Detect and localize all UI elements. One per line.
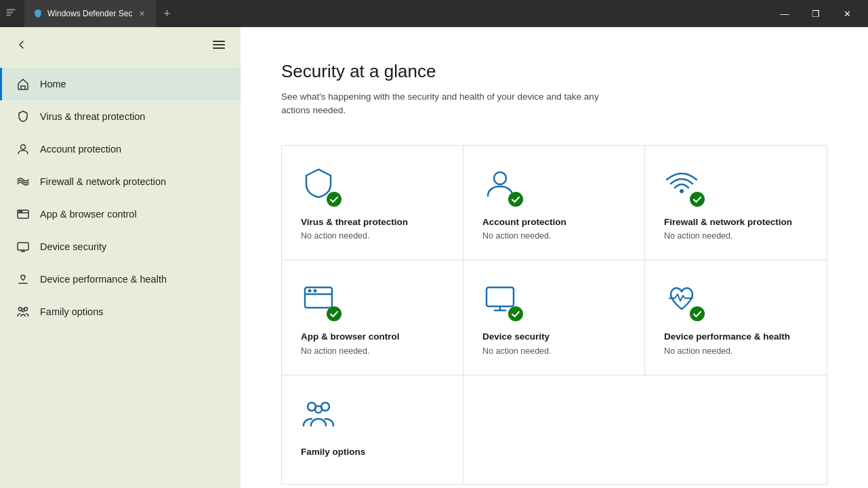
sidebar-item-device-security[interactable]: Device security [0,230,241,263]
sidebar-item-firewall[interactable]: Firewall & network protection [0,165,241,198]
tile-icon-virus-wrap [301,166,342,207]
svg-rect-5 [213,47,225,49]
app-body: Home Virus & threat protection [0,27,868,488]
svg-rect-3 [213,41,225,42]
restore-button[interactable]: ❐ [800,0,831,27]
virus-icon [16,109,30,124]
tile-status-firewall: No action needed. [664,231,808,241]
sidebar-top [0,27,241,62]
check-badge-virus [327,192,342,207]
titlebar-left: Windows Defender Sec ✕ + [5,0,178,27]
tile-title-family: Family options [301,446,444,459]
device-health-icon [16,272,30,287]
tile-account[interactable]: Account protection No action needed. [463,146,645,261]
svg-point-20 [308,289,312,293]
device-security-icon [16,239,30,254]
back-button[interactable] [11,34,33,56]
svg-point-25 [690,306,705,321]
tile-status-browser: No action needed. [301,346,444,356]
sidebar-label-account: Account protection [40,144,121,155]
main-content: Security at a glance See what's happenin… [241,27,868,488]
sidebar-item-browser[interactable]: App & browser control [0,198,241,230]
sidebar-item-home[interactable]: Home [0,68,241,100]
svg-point-28 [315,406,322,413]
account-icon [16,142,30,157]
page-subtitle: See what's happening with the security a… [281,90,620,118]
tab-group: Windows Defender Sec ✕ + [24,0,178,27]
sidebar-label-virus: Virus & threat protection [40,111,145,122]
svg-rect-10 [18,243,28,250]
tile-browser[interactable]: App & browser control No action needed. [282,260,463,375]
svg-rect-1 [7,12,14,13]
tile-title-device-security: Device security [482,331,625,344]
tile-icon-firewall-wrap [664,166,705,207]
sidebar: Home Virus & threat protection [0,27,241,488]
new-tab-button[interactable]: + [156,0,178,27]
svg-rect-23 [487,287,514,306]
tile-status-device-security: No action needed. [482,346,625,356]
tile-device-security[interactable]: Device security No action needed. [463,260,645,375]
back-icon [16,39,27,50]
svg-point-6 [21,145,26,150]
svg-point-13 [22,309,24,312]
tab-title: Windows Defender Sec [47,9,132,18]
sidebar-item-family[interactable]: Family options [0,296,241,328]
tiles-grid: Virus & threat protection No action need… [281,145,827,376]
sidebar-label-browser: App & browser control [40,209,137,220]
hamburger-button[interactable] [208,34,230,56]
tile-device-health[interactable]: Device performance & health No action ne… [645,260,827,375]
sidebar-label-firewall: Firewall & network protection [40,176,166,187]
firewall-icon [16,174,30,189]
svg-point-22 [327,306,342,321]
tile-virus[interactable]: Virus & threat protection No action need… [282,146,463,261]
sidebar-label-device-security: Device security [40,241,106,252]
check-badge-firewall [690,192,705,207]
minimize-button[interactable]: — [769,0,800,27]
shield-tab-icon [33,8,43,19]
tile-title-browser: App & browser control [301,331,444,344]
system-icon [5,7,19,20]
close-button[interactable]: ✕ [831,0,863,27]
svg-point-16 [508,192,523,207]
tile-icon-device-security-wrap [482,281,523,321]
tile-title-firewall: Firewall & network protection [664,216,808,229]
sidebar-item-account[interactable]: Account protection [0,133,241,165]
tile-icon-family-wrap [301,396,342,436]
home-icon [16,77,30,92]
page-title: Security at a glance [281,61,827,82]
svg-point-8 [19,211,20,212]
check-badge-browser [327,306,342,321]
svg-rect-4 [213,44,225,45]
tiles-bottom-row: Family options [281,375,827,485]
browser-icon [16,207,30,222]
check-badge-device-security [508,306,523,321]
svg-point-18 [690,192,705,207]
tile-icon-account-wrap [482,166,523,207]
tile-firewall[interactable]: Firewall & network protection No action … [645,146,827,261]
svg-rect-0 [7,9,16,10]
sidebar-item-device-health[interactable]: Device performance & health [0,263,241,296]
svg-point-24 [508,306,523,321]
hamburger-icon [213,39,225,51]
tile-family[interactable]: Family options [282,375,463,484]
svg-point-14 [327,192,342,207]
svg-point-21 [314,289,317,293]
sidebar-label-family: Family options [40,306,103,317]
svg-point-17 [680,189,684,193]
tab-close-button[interactable]: ✕ [136,8,147,19]
window-controls: — ❐ ✕ [769,0,863,27]
sidebar-label-home: Home [40,79,66,89]
family-icon [16,304,30,319]
titlebar: Windows Defender Sec ✕ + — ❐ ✕ [0,0,868,27]
sidebar-item-virus[interactable]: Virus & threat protection [0,100,241,133]
sidebar-label-device-health: Device performance & health [40,274,167,285]
nav-items: Home Virus & threat protection [0,62,241,333]
svg-point-15 [494,172,506,184]
tile-title-virus: Virus & threat protection [301,216,444,229]
check-badge-device-health [690,306,705,321]
svg-point-9 [21,211,22,212]
tab-windows-defender[interactable]: Windows Defender Sec ✕ [24,0,156,27]
svg-rect-2 [7,14,11,16]
tile-status-account: No action needed. [482,231,625,241]
check-badge-account [508,192,523,207]
